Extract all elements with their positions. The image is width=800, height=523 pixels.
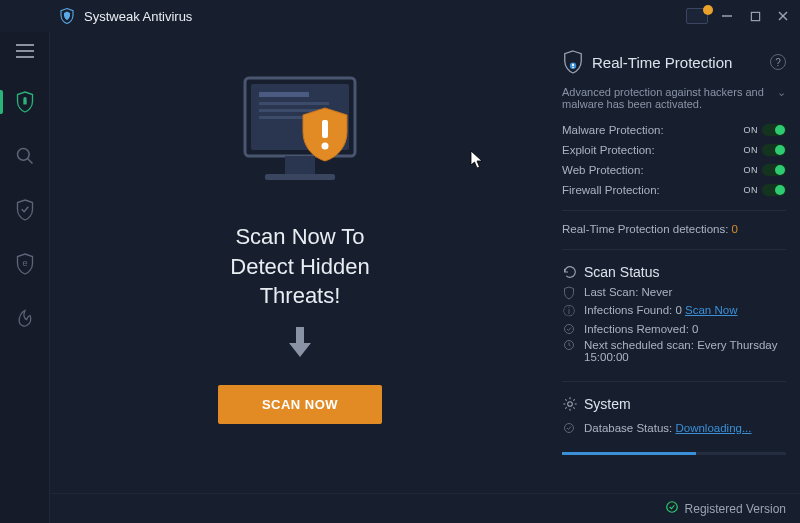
- realtime-header: Real-Time Protection ?: [562, 50, 786, 74]
- infections-removed-row: Infections Removed: 0: [562, 323, 786, 335]
- shield-check-icon: [562, 286, 576, 300]
- menu-button[interactable]: [0, 36, 50, 66]
- svg-point-9: [17, 149, 29, 161]
- svg-rect-14: [259, 92, 309, 97]
- realtime-subtitle: Advanced protection against hackers and …: [562, 86, 771, 110]
- refresh-icon: [562, 264, 578, 280]
- subscription-icon[interactable]: [686, 8, 708, 24]
- sidebar-item-tools[interactable]: [0, 300, 50, 336]
- next-scan-row: Next scheduled scan: Every Thursday 15:0…: [562, 339, 786, 363]
- svg-point-30: [666, 502, 677, 513]
- svg-rect-22: [296, 327, 304, 345]
- hero-heading: Scan Now To Detect Hidden Threats!: [230, 222, 369, 311]
- svg-rect-18: [285, 156, 315, 174]
- realtime-title: Real-Time Protection: [592, 54, 762, 71]
- registered-label: Registered Version: [685, 502, 786, 516]
- maximize-button[interactable]: [746, 7, 764, 25]
- close-button[interactable]: [774, 7, 792, 25]
- svg-point-28: [568, 402, 573, 407]
- check-circle-icon: [562, 422, 576, 434]
- footer: Registered Version: [50, 493, 800, 523]
- svg-point-29: [565, 424, 574, 433]
- infections-found-row: ⓘ Infections Found: 0 Scan Now: [562, 304, 786, 319]
- sidebar-item-home[interactable]: [0, 84, 50, 120]
- scan-status-header: Scan Status: [562, 264, 786, 280]
- hero-illustration: [225, 70, 375, 200]
- minimize-button[interactable]: [718, 7, 736, 25]
- main-content: Scan Now To Detect Hidden Threats! SCAN …: [50, 32, 550, 523]
- system-header: System: [562, 396, 786, 412]
- svg-point-8: [23, 97, 26, 100]
- shield-icon: [562, 50, 584, 74]
- protection-row-web: Web Protection: ON: [562, 164, 786, 176]
- check-circle-icon: [562, 323, 576, 335]
- toggle-malware[interactable]: ON: [744, 124, 787, 136]
- sidebar-item-quarantine[interactable]: e: [0, 246, 50, 282]
- svg-point-26: [565, 325, 574, 334]
- last-scan-row: Last Scan: Never: [562, 286, 786, 300]
- chevron-down-icon: ⌄: [777, 86, 786, 99]
- right-panel: Real-Time Protection ? Advanced protecti…: [550, 32, 800, 523]
- sidebar-item-scan[interactable]: [0, 138, 50, 174]
- help-icon[interactable]: ?: [770, 54, 786, 70]
- protection-row-malware: Malware Protection: ON: [562, 124, 786, 136]
- detections-row: Real-Time Protection detections: 0: [562, 223, 786, 235]
- realtime-subtitle-row[interactable]: Advanced protection against hackers and …: [562, 86, 786, 110]
- toggle-exploit[interactable]: ON: [744, 144, 787, 156]
- svg-rect-19: [265, 174, 335, 180]
- titlebar: Systweak Antivirus: [0, 0, 800, 32]
- app-logo-icon: [58, 7, 76, 25]
- db-progress: [562, 452, 786, 455]
- scan-now-button[interactable]: SCAN NOW: [218, 385, 382, 424]
- toggle-firewall[interactable]: ON: [744, 184, 787, 196]
- sidebar-item-protection[interactable]: [0, 192, 50, 228]
- db-status-row: Database Status: Downloading...: [562, 422, 786, 434]
- sidebar: e: [0, 32, 50, 523]
- db-status-value[interactable]: Downloading...: [675, 422, 751, 434]
- svg-point-21: [322, 143, 329, 150]
- toggle-web[interactable]: ON: [744, 164, 787, 176]
- scan-now-link[interactable]: Scan Now: [685, 304, 737, 316]
- info-icon: ⓘ: [562, 304, 576, 319]
- svg-rect-24: [572, 64, 574, 66]
- protection-row-firewall: Firewall Protection: ON: [562, 184, 786, 196]
- clock-icon: [562, 339, 576, 351]
- svg-line-10: [27, 159, 32, 164]
- gear-icon: [562, 396, 578, 412]
- svg-point-25: [572, 67, 574, 69]
- check-icon: [665, 500, 679, 517]
- svg-text:e: e: [22, 259, 27, 269]
- app-title: Systweak Antivirus: [84, 9, 192, 24]
- arrow-down-icon: [285, 325, 315, 363]
- svg-rect-15: [259, 102, 329, 105]
- protection-row-exploit: Exploit Protection: ON: [562, 144, 786, 156]
- svg-rect-20: [322, 120, 328, 138]
- svg-rect-1: [751, 12, 759, 20]
